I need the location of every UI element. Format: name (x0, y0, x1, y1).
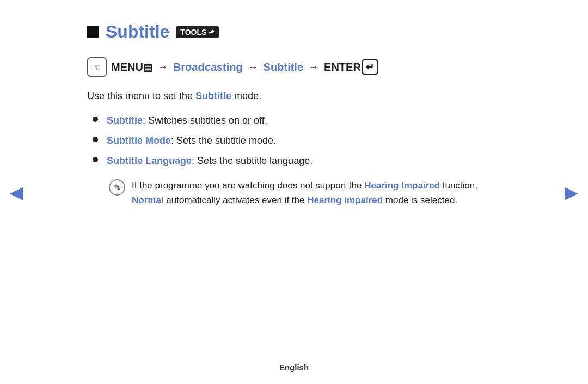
bullet-text-2: Subtitle Mode: Sets the subtitle mode. (107, 133, 276, 148)
menu-label: MENU▤ (111, 61, 152, 74)
note-part-3: function, (440, 180, 477, 191)
enter-icon: ↵ (362, 59, 378, 75)
list-item: Subtitle Language: Sets the subtitle lan… (93, 154, 501, 168)
bullet-list: Subtitle: Switches subtitles on or off. … (87, 113, 501, 168)
bullet-dot (93, 137, 98, 142)
bullet-link-3: Subtitle Language (107, 155, 192, 166)
description-paragraph: Use this menu to set the Subtitle mode. (87, 89, 501, 103)
desc-after: mode. (231, 90, 261, 101)
nav-arrow-3: → (309, 62, 318, 73)
prev-page-button[interactable]: ◀ (10, 182, 23, 203)
note-part-5: automatically activates even if the (164, 195, 308, 205)
note-icon: ✎ (109, 179, 125, 196)
nav-row: ☜ MENU▤ → Broadcasting → Subtitle → ENTE… (87, 57, 501, 77)
bullet-link-2: Subtitle Mode (107, 135, 171, 146)
bullet-dot (93, 117, 98, 122)
main-content: Subtitle TOOLS⬏ ☜ MENU▤ → Broadcasting →… (33, 0, 555, 229)
tools-label: TOOLS (180, 28, 206, 36)
footer-language: English (279, 363, 309, 372)
note-part-7: mode is selected. (383, 195, 457, 205)
list-item: Subtitle Mode: Sets the subtitle mode. (93, 133, 501, 148)
nav-enter: ENTER↵ (324, 59, 378, 75)
note-part-1: If the programme you are watching does n… (132, 180, 364, 191)
note-text: If the programme you are watching does n… (132, 178, 501, 208)
desc-link: Subtitle (195, 90, 231, 101)
enter-label: ENTER (324, 61, 361, 74)
page-title: Subtitle (106, 22, 169, 42)
note-normal: Normal (132, 195, 164, 205)
note-block: ✎ If the programme you are watching does… (109, 178, 501, 208)
tools-badge: TOOLS⬏ (176, 26, 219, 38)
tools-icon: ⬏ (208, 28, 215, 36)
nav-broadcasting: Broadcasting (173, 61, 243, 74)
bullet-suffix-2: : Sets the subtitle mode. (171, 135, 276, 146)
nav-arrow-2: → (248, 62, 258, 73)
title-row: Subtitle TOOLS⬏ (87, 22, 501, 42)
desc-before: Use this menu to set the (87, 90, 195, 101)
next-page-button[interactable]: ▶ (565, 182, 578, 203)
bullet-dot (93, 157, 98, 162)
bullet-text-3: Subtitle Language: Sets the subtitle lan… (107, 154, 313, 168)
note-hearing-1: Hearing Impaired (364, 180, 440, 191)
list-item: Subtitle: Switches subtitles on or off. (93, 113, 501, 128)
nav-subtitle: Subtitle (264, 61, 303, 74)
bullet-suffix-3: : Sets the subtitle language. (192, 155, 313, 166)
menu-icon-box: ☜ (87, 57, 107, 77)
hand-icon: ☜ (93, 62, 101, 72)
nav-arrow-1: → (158, 62, 168, 73)
bullet-suffix-1: : Switches subtitles on or off. (143, 115, 267, 126)
black-square-icon (87, 26, 99, 38)
note-hearing-2: Hearing Impaired (307, 195, 383, 205)
bullet-text-1: Subtitle: Switches subtitles on or off. (107, 113, 267, 128)
bullet-link-1: Subtitle (107, 115, 143, 126)
